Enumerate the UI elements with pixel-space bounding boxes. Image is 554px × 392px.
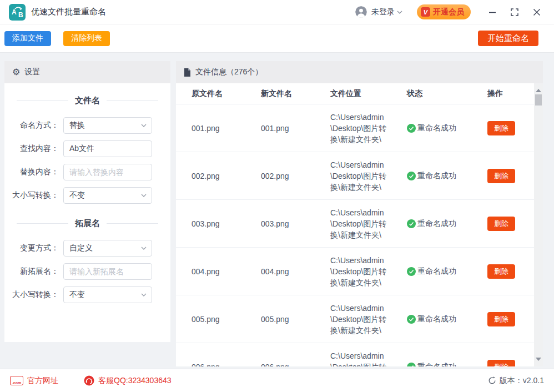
extension-case-value: 不变 xyxy=(63,287,152,303)
status-cell: 重命名成功 xyxy=(407,123,487,133)
file-path: C:\Users\admin\Desktop\图片转换\新建文件夹\ xyxy=(330,350,407,367)
customer-service-link[interactable]: 客服QQ:3234303643 xyxy=(84,375,172,386)
divider xyxy=(107,100,158,101)
old-filename: 006.png xyxy=(192,363,261,367)
delete-button[interactable]: 删除 xyxy=(487,360,515,367)
action-cell: 删除 xyxy=(487,264,534,279)
delete-button[interactable]: 删除 xyxy=(487,121,515,135)
filename-case-value: 不变 xyxy=(63,187,152,204)
table-row: 003.png 003.png C:\Users\admin\Desktop\图… xyxy=(176,200,534,248)
status-text: 重命名成功 xyxy=(417,362,456,367)
status-text: 重命名成功 xyxy=(417,267,456,277)
naming-method-select[interactable]: 替换 xyxy=(63,117,152,134)
col-header-path: 文件位置 xyxy=(330,89,407,99)
delete-button[interactable]: 删除 xyxy=(487,312,515,326)
find-content-field: 查找内容： xyxy=(4,140,170,157)
file-path: C:\Users\admin\Desktop\图片转换\新建文件夹\ xyxy=(330,207,407,240)
status-text: 重命名成功 xyxy=(417,219,456,229)
action-cell: 删除 xyxy=(487,360,534,367)
find-content-input[interactable] xyxy=(63,140,152,157)
vip-button[interactable]: V 开通会员 xyxy=(417,4,471,19)
file-path: C:\Users\admin\Desktop\图片转换\新建文件夹\ xyxy=(330,159,407,193)
col-header-old: 原文件名 xyxy=(192,89,261,99)
new-filename: 006.png xyxy=(261,363,330,367)
refresh-icon[interactable] xyxy=(488,376,496,385)
table-row: 006.png 006.png C:\Users\admin\Desktop\图… xyxy=(176,343,534,366)
table-row: 005.png 005.png C:\Users\admin\Desktop\图… xyxy=(176,295,534,343)
scrollbar-down-arrow[interactable] xyxy=(536,358,541,364)
replace-content-input[interactable] xyxy=(63,164,152,180)
divider xyxy=(107,223,158,224)
extension-case-select[interactable]: 不变 xyxy=(63,287,152,303)
avatar-icon xyxy=(355,6,367,18)
delete-button[interactable]: 删除 xyxy=(487,264,515,279)
new-filename: 001.png xyxy=(261,124,330,133)
official-website-link[interactable]: .com 官方网址 xyxy=(10,376,58,386)
chevron-down-icon xyxy=(141,124,147,127)
customer-service-label: 客服QQ:3234303643 xyxy=(98,376,172,386)
version-label: 版本：v2.0.1 xyxy=(500,376,544,386)
new-filename: 004.png xyxy=(261,267,330,276)
table-row: 002.png 002.png C:\Users\admin\Desktop\图… xyxy=(176,152,534,200)
replace-content-field: 替换内容： xyxy=(4,164,170,180)
login-menu[interactable]: 未登录 xyxy=(355,6,402,18)
success-check-icon xyxy=(407,267,416,276)
file-info-panel: 文件信息（276个） 原文件名 新文件名 文件位置 状态 操作 001.png … xyxy=(176,61,543,366)
table-header-row: 原文件名 新文件名 文件位置 状态 操作 xyxy=(176,83,534,104)
settings-panel-header: ⚙ 设置 xyxy=(4,61,170,83)
add-files-button[interactable]: 添加文件 xyxy=(4,31,51,46)
titlebar: A B 优速文件批量重命名 未登录 V 开通会员 xyxy=(0,0,554,24)
status-text: 重命名成功 xyxy=(417,123,456,133)
filename-case-field: 大小写转换： 不变 xyxy=(4,187,170,204)
clear-list-button[interactable]: 清除列表 xyxy=(63,31,110,46)
change-method-select[interactable]: 自定义 xyxy=(63,240,152,257)
status-text: 重命名成功 xyxy=(417,171,456,181)
new-extension-label: 新拓展名： xyxy=(4,267,63,277)
table-row: 001.png 001.png C:\Users\admin\Desktop\图… xyxy=(176,104,534,152)
file-table-body: 001.png 001.png C:\Users\admin\Desktop\图… xyxy=(176,104,534,366)
naming-method-value: 替换 xyxy=(63,117,152,134)
toolbar: 添加文件 清除列表 开始重命名 xyxy=(0,24,554,53)
vip-badge-icon: V xyxy=(421,7,430,17)
minimize-button[interactable] xyxy=(484,4,501,21)
version-info: 版本：v2.0.1 xyxy=(488,376,544,386)
divider xyxy=(17,223,68,224)
status-cell: 重命名成功 xyxy=(407,171,487,181)
naming-method-label: 命名方式： xyxy=(4,120,63,130)
delete-button[interactable]: 删除 xyxy=(487,217,515,231)
filename-case-select[interactable]: 不变 xyxy=(63,187,152,204)
old-filename: 003.png xyxy=(192,219,261,228)
new-extension-field: 新拓展名： xyxy=(4,263,170,280)
file-path: C:\Users\admin\Desktop\图片转换\新建文件夹\ xyxy=(330,112,407,145)
status-text: 重命名成功 xyxy=(417,314,456,324)
old-filename: 001.png xyxy=(192,124,261,133)
scrollbar-thumb[interactable] xyxy=(535,94,542,105)
chevron-down-icon xyxy=(141,293,147,296)
maximize-button[interactable] xyxy=(506,4,523,21)
action-cell: 删除 xyxy=(487,121,534,135)
chevron-down-icon xyxy=(397,11,402,14)
new-extension-input[interactable] xyxy=(63,263,152,280)
table-row: 004.png 004.png C:\Users\admin\Desktop\图… xyxy=(176,248,534,295)
headset-icon xyxy=(84,375,94,386)
start-rename-button[interactable]: 开始重命名 xyxy=(478,31,538,46)
chevron-down-icon xyxy=(141,194,147,197)
col-header-new: 新文件名 xyxy=(261,89,330,99)
col-header-status: 状态 xyxy=(407,89,487,99)
action-cell: 删除 xyxy=(487,169,534,183)
change-method-field: 变更方式： 自定义 xyxy=(4,240,170,257)
filename-case-label: 大小写转换： xyxy=(4,190,63,200)
status-cell: 重命名成功 xyxy=(407,219,487,229)
settings-title: 设置 xyxy=(24,67,40,77)
delete-button[interactable]: 删除 xyxy=(487,169,515,183)
file-table: 原文件名 新文件名 文件位置 状态 操作 001.png 001.png C:\… xyxy=(176,83,534,366)
extension-case-field: 大小写转换： 不变 xyxy=(4,287,170,303)
action-cell: 删除 xyxy=(487,217,534,231)
app-title: 优速文件批量重命名 xyxy=(31,7,106,17)
new-filename: 005.png xyxy=(261,315,330,324)
footer: .com 官方网址 客服QQ:3234303643 版本：v2.0.1 xyxy=(0,369,554,392)
maximize-icon xyxy=(511,8,518,16)
close-button[interactable] xyxy=(528,4,545,21)
scrollbar-up-arrow[interactable] xyxy=(536,86,541,92)
vertical-scrollbar[interactable] xyxy=(534,83,543,366)
